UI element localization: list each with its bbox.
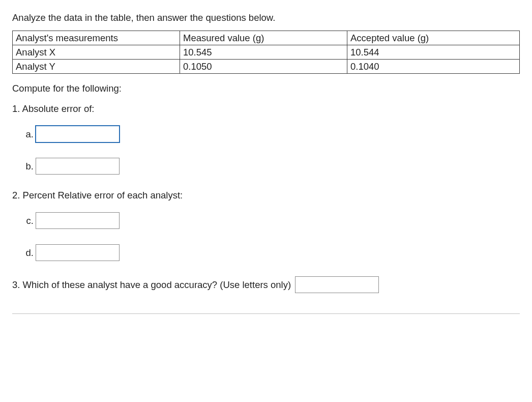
label-c: c. bbox=[22, 215, 36, 226]
compute-prompt: Compute for the following: bbox=[12, 83, 520, 94]
table-row: Analyst Y 0.1050 0.1040 bbox=[13, 60, 520, 74]
divider bbox=[12, 313, 520, 314]
input-c[interactable] bbox=[36, 212, 120, 229]
table-cell: 10.544 bbox=[347, 45, 520, 60]
answer-row-a: a. bbox=[22, 126, 520, 142]
q2-heading: 2. Percent Relative error of each analys… bbox=[12, 190, 520, 201]
q3-row: 3. Which of these analyst have a good ac… bbox=[12, 276, 520, 293]
data-table: Analyst's measurements Measured value (g… bbox=[12, 31, 520, 74]
q1-heading: 1. Absolute error of: bbox=[12, 103, 520, 114]
label-a: a. bbox=[22, 129, 36, 140]
table-header-col3: Accepted value (g) bbox=[347, 31, 520, 45]
table-cell: 0.1040 bbox=[347, 60, 520, 74]
label-d: d. bbox=[22, 247, 36, 259]
input-d[interactable] bbox=[36, 244, 120, 261]
intro-text: Analyze the data in the table, then answ… bbox=[12, 12, 520, 23]
answer-row-d: d. bbox=[22, 244, 520, 261]
table-header-row: Analyst's measurements Measured value (g… bbox=[13, 31, 520, 45]
answer-row-c: c. bbox=[22, 212, 520, 229]
table-cell: 10.545 bbox=[180, 45, 347, 60]
table-cell: Analyst Y bbox=[13, 60, 180, 74]
input-b[interactable] bbox=[36, 158, 120, 175]
table-cell: 0.1050 bbox=[180, 60, 347, 74]
input-q3[interactable] bbox=[295, 276, 379, 293]
table-header-col2: Measured value (g) bbox=[180, 31, 347, 45]
table-row: Analyst X 10.545 10.544 bbox=[13, 45, 520, 60]
input-a[interactable] bbox=[36, 126, 120, 142]
q3-text: 3. Which of these analyst have a good ac… bbox=[12, 279, 291, 291]
answer-row-b: b. bbox=[22, 158, 520, 175]
table-cell: Analyst X bbox=[13, 45, 180, 60]
label-b: b. bbox=[22, 161, 36, 172]
table-header-col1: Analyst's measurements bbox=[13, 31, 180, 45]
